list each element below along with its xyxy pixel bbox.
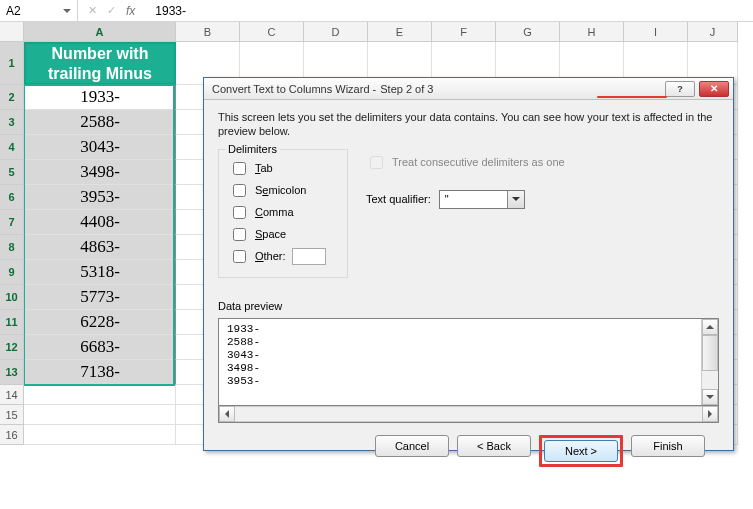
preview-horizontal-scrollbar[interactable] [218, 406, 719, 423]
row-header[interactable]: 9 [0, 260, 24, 285]
col-header[interactable]: G [496, 22, 560, 42]
select-all-corner[interactable] [0, 22, 24, 42]
name-box[interactable]: A2 [0, 0, 78, 21]
text-qualifier-label: Text qualifier: [366, 193, 431, 205]
delimiter-comma[interactable]: Comma [229, 203, 337, 222]
treat-consecutive-option[interactable]: Treat consecutive delimiters as one [366, 153, 719, 172]
annotation-underline [597, 96, 667, 98]
row-header[interactable]: 16 [0, 425, 24, 445]
scroll-left-button[interactable] [219, 406, 235, 422]
delimiter-other[interactable]: Other: [229, 247, 337, 266]
row-header[interactable]: 4 [0, 135, 24, 160]
treat-consecutive-checkbox [370, 156, 383, 169]
scroll-thumb[interactable] [702, 335, 718, 371]
formula-bar-buttons: ✕ ✓ fx [78, 4, 145, 18]
cell-A10[interactable]: 5773- [24, 285, 176, 310]
cell-A2[interactable]: 1933- [24, 85, 176, 110]
cell-A13[interactable]: 7138- [24, 360, 176, 385]
row-header[interactable]: 1 [0, 42, 24, 85]
cell-A11[interactable]: 6228- [24, 310, 176, 335]
cell-A7[interactable]: 4408- [24, 210, 176, 235]
col-header[interactable]: E [368, 22, 432, 42]
text-qualifier-combo[interactable]: " [439, 190, 525, 209]
row-header[interactable]: 10 [0, 285, 24, 310]
dialog-intro-text: This screen lets you set the delimiters … [218, 110, 719, 139]
preview-vertical-scrollbar[interactable] [701, 319, 718, 405]
name-box-value: A2 [6, 4, 21, 18]
col-header[interactable]: B [176, 22, 240, 42]
row-header[interactable]: 11 [0, 310, 24, 335]
text-qualifier-value: " [440, 193, 507, 205]
column-headers: A B C D E F G H I J [24, 22, 753, 42]
space-checkbox[interactable] [233, 228, 246, 241]
col-header[interactable]: C [240, 22, 304, 42]
check-icon: ✓ [107, 4, 116, 17]
delimiters-group: Delimiters Tab Semicolon Comma Space Oth… [218, 149, 348, 278]
row-header[interactable]: 12 [0, 335, 24, 360]
row-header[interactable]: 3 [0, 110, 24, 135]
cell-A1[interactable]: Number with trailing Minus [24, 42, 176, 85]
scroll-up-button[interactable] [702, 319, 718, 335]
dialog-button-row: Cancel < Back Next > Finish [218, 423, 719, 467]
row-header[interactable]: 2 [0, 85, 24, 110]
next-button[interactable]: Next > [544, 440, 618, 462]
row-header[interactable]: 5 [0, 160, 24, 185]
data-preview-box: 1933- 2588- 3043- 3498- 3953- [218, 318, 719, 406]
other-delimiter-input[interactable] [292, 248, 326, 265]
row-headers: 1 2 3 4 5 6 7 8 9 10 11 12 13 14 15 16 [0, 22, 24, 509]
col-header[interactable]: F [432, 22, 496, 42]
back-button[interactable]: < Back [457, 435, 531, 457]
cell-A8[interactable]: 4863- [24, 235, 176, 260]
col-header[interactable]: I [624, 22, 688, 42]
cancel-icon: ✕ [88, 4, 97, 17]
row-header[interactable]: 7 [0, 210, 24, 235]
delimiter-semicolon[interactable]: Semicolon [229, 181, 337, 200]
delimiter-space[interactable]: Space [229, 225, 337, 244]
col-header[interactable]: J [688, 22, 738, 42]
annotation-next-highlight: Next > [539, 435, 623, 467]
scroll-down-button[interactable] [702, 389, 718, 405]
semicolon-checkbox[interactable] [233, 184, 246, 197]
finish-button[interactable]: Finish [631, 435, 705, 457]
other-checkbox[interactable] [233, 250, 246, 263]
cell-A6[interactable]: 3953- [24, 185, 176, 210]
row-header[interactable]: 15 [0, 405, 24, 425]
dialog-title-step: Step 2 of 3 [380, 83, 433, 95]
chevron-down-icon[interactable] [63, 9, 71, 13]
scroll-right-button[interactable] [702, 406, 718, 422]
row-header[interactable]: 14 [0, 385, 24, 405]
formula-bar-row: A2 ✕ ✓ fx 1933- [0, 0, 753, 22]
help-button[interactable]: ? [665, 81, 695, 97]
col-header[interactable]: H [560, 22, 624, 42]
row-header[interactable]: 6 [0, 185, 24, 210]
delimiters-legend: Delimiters [225, 143, 280, 155]
delimiter-tab[interactable]: Tab [229, 159, 337, 178]
chevron-down-icon[interactable] [507, 191, 524, 208]
row-header[interactable]: 13 [0, 360, 24, 385]
cell-A3[interactable]: 2588- [24, 110, 176, 135]
comma-checkbox[interactable] [233, 206, 246, 219]
formula-bar-input[interactable]: 1933- [145, 4, 753, 18]
data-preview-content: 1933- 2588- 3043- 3498- 3953- [219, 319, 701, 405]
cell-A4[interactable]: 3043- [24, 135, 176, 160]
tab-checkbox[interactable] [233, 162, 246, 175]
cell-A12[interactable]: 6683- [24, 335, 176, 360]
col-header[interactable]: A [24, 22, 176, 42]
text-to-columns-dialog: Convert Text to Columns Wizard - Step 2 … [203, 77, 734, 451]
cancel-button[interactable]: Cancel [375, 435, 449, 457]
col-header[interactable]: D [304, 22, 368, 42]
row-header[interactable]: 8 [0, 235, 24, 260]
close-button[interactable]: ✕ [699, 81, 729, 97]
text-qualifier-row: Text qualifier: " [366, 190, 719, 209]
cell-A9[interactable]: 5318- [24, 260, 176, 285]
cell-A5[interactable]: 3498- [24, 160, 176, 185]
fx-icon[interactable]: fx [126, 4, 135, 18]
data-preview-label: Data preview [218, 300, 719, 312]
dialog-title-prefix: Convert Text to Columns Wizard - [212, 83, 376, 95]
